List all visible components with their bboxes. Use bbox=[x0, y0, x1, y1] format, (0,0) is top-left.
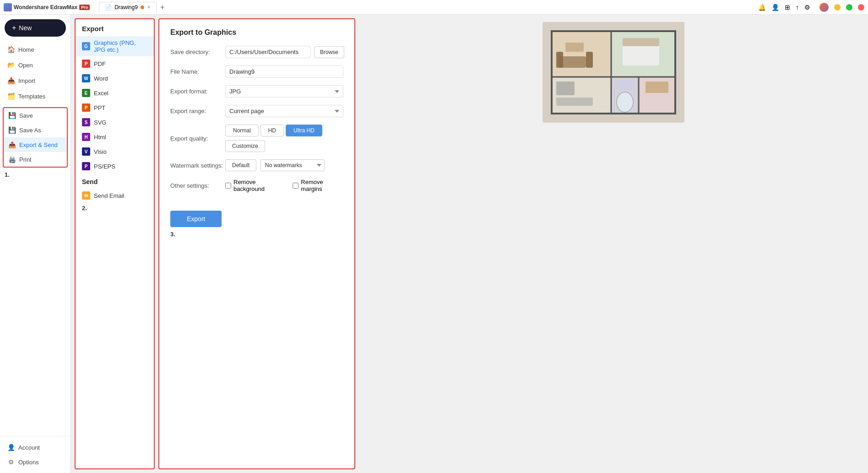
svg-rect-17 bbox=[556, 82, 575, 95]
sidebar-item-label: Import bbox=[18, 77, 35, 84]
add-tab-button[interactable]: + bbox=[157, 2, 167, 12]
share-icon[interactable]: ↑ bbox=[796, 4, 799, 11]
export-format-select[interactable]: JPG PNG BMP SVG TIFF bbox=[225, 85, 343, 98]
active-tab[interactable]: 📄 Drawing9 ✕ bbox=[99, 2, 157, 13]
sidebar-item-export-send[interactable]: 📤 Export & Send bbox=[4, 137, 67, 152]
export-item-pseps[interactable]: P PS/EPS bbox=[76, 159, 154, 174]
title-bar-icons: 🔔 👤 ⊞ ↑ ⚙ bbox=[758, 3, 864, 12]
export-item-ppt[interactable]: P PPT bbox=[76, 100, 154, 115]
tab-unsaved-dot bbox=[141, 5, 144, 9]
remove-margins-checkbox[interactable]: Remove margins bbox=[293, 179, 343, 192]
remove-background-input[interactable] bbox=[225, 183, 231, 189]
maximize-button[interactable] bbox=[846, 4, 852, 11]
ppt-icon: P bbox=[82, 103, 90, 112]
export-icon: 📤 bbox=[8, 141, 16, 148]
close-button[interactable] bbox=[858, 4, 864, 11]
export-item-label: Graphics (PNG, JPG etc.) bbox=[94, 39, 147, 53]
file-name-row: File Name: bbox=[170, 65, 343, 78]
grid-icon[interactable]: ⊞ bbox=[785, 4, 790, 11]
quality-controls: Normal HD Ultra HD Customize bbox=[225, 125, 322, 152]
notification-icon[interactable]: 🔔 bbox=[758, 4, 766, 11]
export-button[interactable]: Export bbox=[170, 211, 222, 227]
plus-icon: + bbox=[12, 24, 16, 32]
watermark-row: Watermark settings: Default No watermark… bbox=[170, 159, 343, 171]
save-icon: 💾 bbox=[8, 112, 16, 119]
title-bar: Wondershare EdrawMax Pro 📄 Drawing9 ✕ + … bbox=[0, 0, 868, 15]
sidebar-item-label: Options bbox=[18, 459, 39, 466]
export-item-label: PPT bbox=[94, 104, 105, 111]
content-area: + New 🏠 Home 📂 Open 📥 Import 🗂️ bbox=[0, 15, 868, 473]
file-name-label: File Name: bbox=[170, 68, 225, 75]
templates-icon: 🗂️ bbox=[7, 92, 15, 100]
export-graphics-panel-number: 3. bbox=[170, 229, 343, 238]
sidebar-number: 1. bbox=[0, 169, 71, 180]
tab-close-button[interactable]: ✕ bbox=[147, 5, 151, 10]
preview-image-box bbox=[542, 22, 684, 123]
export-item-visio[interactable]: V Visio bbox=[76, 144, 154, 159]
export-item-label: Html bbox=[94, 134, 106, 141]
watermark-default-button[interactable]: Default bbox=[225, 159, 256, 171]
tab-icon: 📄 bbox=[105, 4, 112, 11]
sidebar-item-print[interactable]: 🖨️ Print bbox=[4, 152, 67, 167]
sidebar-item-account[interactable]: 👤 Account bbox=[3, 440, 68, 455]
app-container: + New 🏠 Home 📂 Open 📥 Import 🗂️ bbox=[0, 15, 868, 473]
export-range-row: Export range: Current page All pages Sel… bbox=[170, 105, 343, 117]
sidebar-item-label: Print bbox=[19, 156, 32, 163]
customize-button[interactable]: Customize bbox=[225, 140, 265, 152]
tab-bar: 📄 Drawing9 ✕ + bbox=[99, 2, 167, 13]
export-format-row: Export format: JPG PNG BMP SVG TIFF bbox=[170, 85, 343, 98]
save-directory-input[interactable] bbox=[225, 46, 310, 58]
save-directory-label: Save directory: bbox=[170, 49, 225, 55]
sidebar-item-open[interactable]: 📂 Open bbox=[3, 58, 68, 72]
export-graphics-panel: Export to Graphics Save directory: Brows… bbox=[158, 18, 355, 469]
pro-badge: Pro bbox=[79, 5, 90, 10]
quality-ultrahd-button[interactable]: Ultra HD bbox=[286, 125, 322, 136]
new-button[interactable]: + New bbox=[5, 19, 66, 37]
sidebar-item-save[interactable]: 💾 Save bbox=[4, 108, 67, 123]
sidebar-item-import[interactable]: 📥 Import bbox=[3, 73, 68, 88]
quality-hd-button[interactable]: HD bbox=[260, 125, 284, 136]
preview-area bbox=[359, 15, 868, 473]
browse-button[interactable]: Browse bbox=[314, 46, 344, 58]
new-button-label: New bbox=[19, 24, 32, 32]
minimize-button[interactable] bbox=[834, 4, 841, 11]
export-item-svg[interactable]: S SVG bbox=[76, 115, 154, 130]
export-item-excel[interactable]: E Excel bbox=[76, 86, 154, 100]
remove-background-label: Remove background bbox=[233, 179, 285, 192]
export-item-html[interactable]: H Html bbox=[76, 130, 154, 144]
export-item-word[interactable]: W Word bbox=[76, 71, 154, 86]
remove-background-checkbox[interactable]: Remove background bbox=[225, 179, 285, 192]
save-as-icon: 💾 bbox=[8, 126, 16, 134]
import-icon: 📥 bbox=[7, 77, 15, 84]
settings-icon[interactable]: ⚙ bbox=[804, 4, 810, 11]
export-range-select[interactable]: Current page All pages Selected pages bbox=[225, 105, 343, 117]
sidebar-item-save-as[interactable]: 💾 Save As bbox=[4, 123, 67, 137]
export-panel: Export G Graphics (PNG, JPG etc.) P PDF … bbox=[75, 18, 155, 469]
quality-buttons-group: Normal HD Ultra HD bbox=[225, 125, 322, 136]
account-icon[interactable]: 👤 bbox=[771, 4, 779, 11]
sidebar-item-options[interactable]: ⚙ Options bbox=[3, 455, 68, 469]
sidebar-item-label: Save bbox=[19, 112, 33, 119]
sidebar-item-label: Account bbox=[18, 444, 40, 451]
tab-name: Drawing9 bbox=[114, 4, 138, 11]
account-icon-sidebar: 👤 bbox=[7, 444, 15, 451]
svg-rect-21 bbox=[646, 82, 668, 93]
sidebar: + New 🏠 Home 📂 Open 📥 Import 🗂️ bbox=[0, 15, 71, 473]
export-item-send-email[interactable]: ✉ Send Email bbox=[76, 188, 154, 203]
file-name-input[interactable] bbox=[225, 65, 343, 78]
remove-margins-input[interactable] bbox=[293, 183, 298, 189]
export-item-pdf[interactable]: P PDF bbox=[76, 56, 154, 71]
sidebar-item-label: Export & Send bbox=[19, 141, 58, 148]
sidebar-item-templates[interactable]: 🗂️ Templates bbox=[3, 89, 68, 103]
watermark-label: Watermark settings: bbox=[170, 162, 225, 169]
svg-point-19 bbox=[617, 92, 633, 112]
watermark-select[interactable]: No watermarks Custom watermark bbox=[260, 159, 325, 171]
export-item-graphics[interactable]: G Graphics (PNG, JPG etc.) bbox=[76, 36, 154, 56]
quality-normal-button[interactable]: Normal bbox=[225, 125, 259, 136]
print-icon: 🖨️ bbox=[8, 156, 16, 163]
export-item-label: SVG bbox=[94, 119, 106, 126]
export-quality-row: Export quality: Normal HD Ultra HD Custo… bbox=[170, 125, 343, 152]
sidebar-item-home[interactable]: 🏠 Home bbox=[3, 42, 68, 57]
user-avatar[interactable] bbox=[819, 3, 829, 12]
export-range-label: Export range: bbox=[170, 108, 225, 114]
